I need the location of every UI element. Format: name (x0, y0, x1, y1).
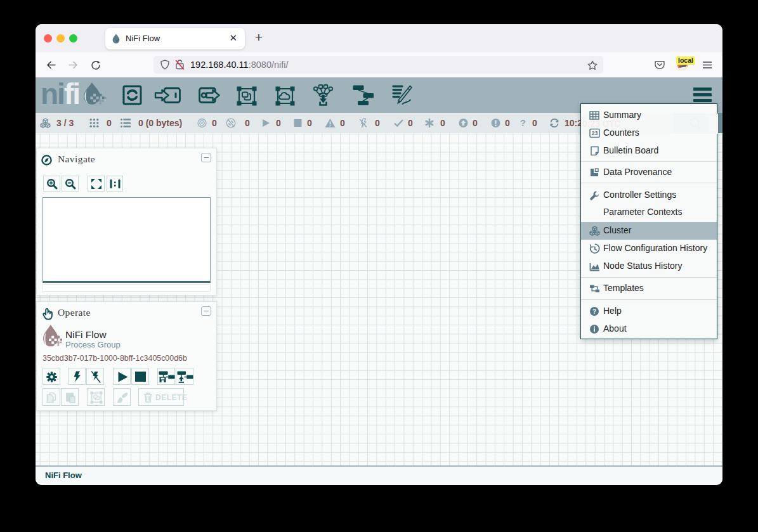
svg-text:?: ? (592, 308, 596, 315)
svg-text:23: 23 (591, 130, 598, 136)
